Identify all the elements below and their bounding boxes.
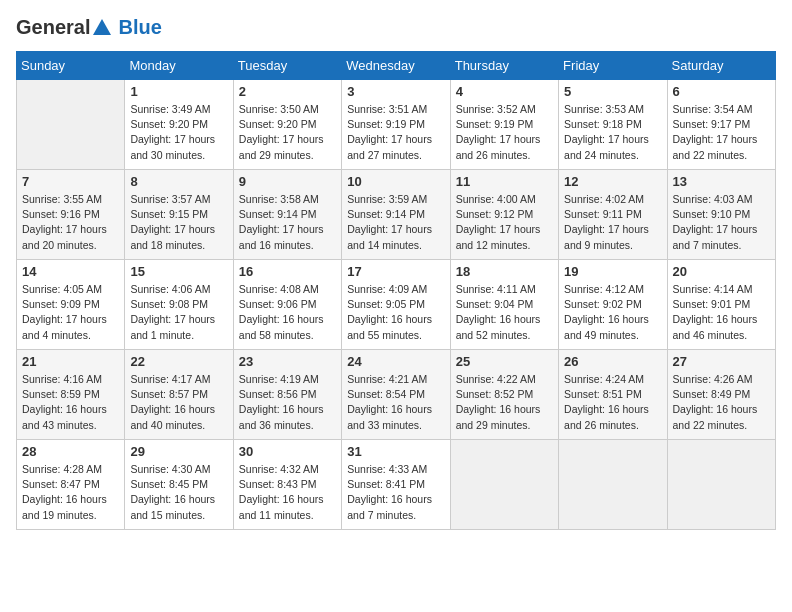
day-info: Sunrise: 3:54 AMSunset: 9:17 PMDaylight:…	[673, 102, 770, 163]
svg-marker-0	[93, 19, 111, 35]
day-number: 2	[239, 84, 336, 99]
day-number: 31	[347, 444, 444, 459]
calendar-cell: 8Sunrise: 3:57 AMSunset: 9:15 PMDaylight…	[125, 170, 233, 260]
day-number: 24	[347, 354, 444, 369]
logo: General Blue	[16, 16, 162, 39]
calendar-table: SundayMondayTuesdayWednesdayThursdayFrid…	[16, 51, 776, 530]
day-info: Sunrise: 3:58 AMSunset: 9:14 PMDaylight:…	[239, 192, 336, 253]
weekday-tuesday: Tuesday	[233, 52, 341, 80]
day-info: Sunrise: 4:12 AMSunset: 9:02 PMDaylight:…	[564, 282, 661, 343]
day-number: 6	[673, 84, 770, 99]
day-info: Sunrise: 4:22 AMSunset: 8:52 PMDaylight:…	[456, 372, 553, 433]
calendar-cell: 25Sunrise: 4:22 AMSunset: 8:52 PMDayligh…	[450, 350, 558, 440]
calendar-cell: 15Sunrise: 4:06 AMSunset: 9:08 PMDayligh…	[125, 260, 233, 350]
day-number: 19	[564, 264, 661, 279]
day-info: Sunrise: 4:28 AMSunset: 8:47 PMDaylight:…	[22, 462, 119, 523]
calendar-cell: 2Sunrise: 3:50 AMSunset: 9:20 PMDaylight…	[233, 80, 341, 170]
calendar-cell: 27Sunrise: 4:26 AMSunset: 8:49 PMDayligh…	[667, 350, 775, 440]
week-row-1: 1Sunrise: 3:49 AMSunset: 9:20 PMDaylight…	[17, 80, 776, 170]
week-row-3: 14Sunrise: 4:05 AMSunset: 9:09 PMDayligh…	[17, 260, 776, 350]
week-row-5: 28Sunrise: 4:28 AMSunset: 8:47 PMDayligh…	[17, 440, 776, 530]
day-number: 23	[239, 354, 336, 369]
calendar-cell: 9Sunrise: 3:58 AMSunset: 9:14 PMDaylight…	[233, 170, 341, 260]
day-info: Sunrise: 4:21 AMSunset: 8:54 PMDaylight:…	[347, 372, 444, 433]
day-info: Sunrise: 3:50 AMSunset: 9:20 PMDaylight:…	[239, 102, 336, 163]
calendar-cell: 7Sunrise: 3:55 AMSunset: 9:16 PMDaylight…	[17, 170, 125, 260]
day-info: Sunrise: 4:11 AMSunset: 9:04 PMDaylight:…	[456, 282, 553, 343]
day-number: 5	[564, 84, 661, 99]
day-number: 7	[22, 174, 119, 189]
day-number: 21	[22, 354, 119, 369]
calendar-cell: 3Sunrise: 3:51 AMSunset: 9:19 PMDaylight…	[342, 80, 450, 170]
day-info: Sunrise: 4:17 AMSunset: 8:57 PMDaylight:…	[130, 372, 227, 433]
day-info: Sunrise: 4:09 AMSunset: 9:05 PMDaylight:…	[347, 282, 444, 343]
day-number: 30	[239, 444, 336, 459]
day-info: Sunrise: 3:55 AMSunset: 9:16 PMDaylight:…	[22, 192, 119, 253]
day-number: 22	[130, 354, 227, 369]
day-number: 10	[347, 174, 444, 189]
calendar-cell: 21Sunrise: 4:16 AMSunset: 8:59 PMDayligh…	[17, 350, 125, 440]
logo-icon	[91, 17, 113, 39]
day-number: 3	[347, 84, 444, 99]
day-info: Sunrise: 4:16 AMSunset: 8:59 PMDaylight:…	[22, 372, 119, 433]
day-info: Sunrise: 4:32 AMSunset: 8:43 PMDaylight:…	[239, 462, 336, 523]
day-info: Sunrise: 3:52 AMSunset: 9:19 PMDaylight:…	[456, 102, 553, 163]
calendar-cell: 16Sunrise: 4:08 AMSunset: 9:06 PMDayligh…	[233, 260, 341, 350]
day-info: Sunrise: 3:59 AMSunset: 9:14 PMDaylight:…	[347, 192, 444, 253]
day-info: Sunrise: 4:00 AMSunset: 9:12 PMDaylight:…	[456, 192, 553, 253]
day-number: 26	[564, 354, 661, 369]
weekday-sunday: Sunday	[17, 52, 125, 80]
calendar-cell: 5Sunrise: 3:53 AMSunset: 9:18 PMDaylight…	[559, 80, 667, 170]
calendar-cell: 28Sunrise: 4:28 AMSunset: 8:47 PMDayligh…	[17, 440, 125, 530]
day-number: 13	[673, 174, 770, 189]
calendar-cell: 17Sunrise: 4:09 AMSunset: 9:05 PMDayligh…	[342, 260, 450, 350]
calendar-cell: 30Sunrise: 4:32 AMSunset: 8:43 PMDayligh…	[233, 440, 341, 530]
calendar-cell: 6Sunrise: 3:54 AMSunset: 9:17 PMDaylight…	[667, 80, 775, 170]
calendar-cell: 19Sunrise: 4:12 AMSunset: 9:02 PMDayligh…	[559, 260, 667, 350]
calendar-cell: 14Sunrise: 4:05 AMSunset: 9:09 PMDayligh…	[17, 260, 125, 350]
weekday-header-row: SundayMondayTuesdayWednesdayThursdayFrid…	[17, 52, 776, 80]
day-number: 29	[130, 444, 227, 459]
day-number: 16	[239, 264, 336, 279]
day-number: 27	[673, 354, 770, 369]
weekday-friday: Friday	[559, 52, 667, 80]
day-info: Sunrise: 4:24 AMSunset: 8:51 PMDaylight:…	[564, 372, 661, 433]
day-info: Sunrise: 4:08 AMSunset: 9:06 PMDaylight:…	[239, 282, 336, 343]
calendar-cell: 22Sunrise: 4:17 AMSunset: 8:57 PMDayligh…	[125, 350, 233, 440]
day-number: 25	[456, 354, 553, 369]
day-number: 12	[564, 174, 661, 189]
day-info: Sunrise: 3:53 AMSunset: 9:18 PMDaylight:…	[564, 102, 661, 163]
week-row-4: 21Sunrise: 4:16 AMSunset: 8:59 PMDayligh…	[17, 350, 776, 440]
day-number: 1	[130, 84, 227, 99]
day-info: Sunrise: 4:19 AMSunset: 8:56 PMDaylight:…	[239, 372, 336, 433]
day-number: 28	[22, 444, 119, 459]
calendar-cell: 11Sunrise: 4:00 AMSunset: 9:12 PMDayligh…	[450, 170, 558, 260]
weekday-wednesday: Wednesday	[342, 52, 450, 80]
day-number: 14	[22, 264, 119, 279]
calendar-cell: 20Sunrise: 4:14 AMSunset: 9:01 PMDayligh…	[667, 260, 775, 350]
day-number: 11	[456, 174, 553, 189]
calendar-cell: 1Sunrise: 3:49 AMSunset: 9:20 PMDaylight…	[125, 80, 233, 170]
page-header: General Blue	[16, 16, 776, 39]
day-info: Sunrise: 4:06 AMSunset: 9:08 PMDaylight:…	[130, 282, 227, 343]
calendar-cell: 23Sunrise: 4:19 AMSunset: 8:56 PMDayligh…	[233, 350, 341, 440]
calendar-cell	[559, 440, 667, 530]
logo-text: General	[16, 16, 90, 39]
day-number: 15	[130, 264, 227, 279]
day-info: Sunrise: 4:02 AMSunset: 9:11 PMDaylight:…	[564, 192, 661, 253]
day-info: Sunrise: 4:05 AMSunset: 9:09 PMDaylight:…	[22, 282, 119, 343]
day-info: Sunrise: 3:49 AMSunset: 9:20 PMDaylight:…	[130, 102, 227, 163]
day-info: Sunrise: 4:33 AMSunset: 8:41 PMDaylight:…	[347, 462, 444, 523]
calendar-cell: 24Sunrise: 4:21 AMSunset: 8:54 PMDayligh…	[342, 350, 450, 440]
calendar-cell: 18Sunrise: 4:11 AMSunset: 9:04 PMDayligh…	[450, 260, 558, 350]
calendar-cell: 26Sunrise: 4:24 AMSunset: 8:51 PMDayligh…	[559, 350, 667, 440]
calendar-cell: 12Sunrise: 4:02 AMSunset: 9:11 PMDayligh…	[559, 170, 667, 260]
day-number: 18	[456, 264, 553, 279]
weekday-saturday: Saturday	[667, 52, 775, 80]
day-info: Sunrise: 3:51 AMSunset: 9:19 PMDaylight:…	[347, 102, 444, 163]
calendar-cell	[450, 440, 558, 530]
weekday-thursday: Thursday	[450, 52, 558, 80]
calendar-cell: 4Sunrise: 3:52 AMSunset: 9:19 PMDaylight…	[450, 80, 558, 170]
week-row-2: 7Sunrise: 3:55 AMSunset: 9:16 PMDaylight…	[17, 170, 776, 260]
day-info: Sunrise: 3:57 AMSunset: 9:15 PMDaylight:…	[130, 192, 227, 253]
